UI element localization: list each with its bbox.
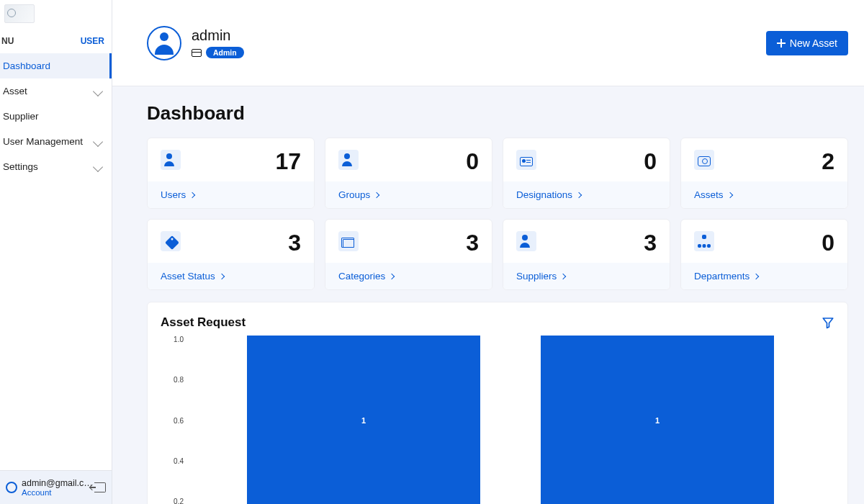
sidebar-account-footer[interactable]: admin@gmail.com Account <box>0 470 112 504</box>
sidebar-item-label: Supplier <box>3 111 39 122</box>
y-tick: 0.4 <box>161 457 184 465</box>
stat-link-label: Departments <box>694 271 750 282</box>
card-icon <box>192 49 202 57</box>
sidebar-item-user-management[interactable]: User Management <box>0 129 112 154</box>
user-gear-icon <box>161 150 181 170</box>
stat-value: 0 <box>466 150 479 173</box>
stat-link-label: Designations <box>516 189 572 200</box>
current-user-block: admin Admin <box>147 26 244 60</box>
chevron-right-icon <box>753 273 759 279</box>
new-asset-button[interactable]: New Asset <box>766 31 848 55</box>
bar: 1 <box>247 336 480 504</box>
stat-card-suppliers: 3 Suppliers <box>503 219 670 290</box>
org-icon <box>694 231 714 251</box>
y-tick: 0.6 <box>161 417 184 425</box>
sidebar-item-asset[interactable]: Asset <box>0 78 112 104</box>
page-title: Dashboard <box>147 102 848 125</box>
y-axis: 1.0 0.8 0.6 0.4 0.2 <box>161 336 186 504</box>
stat-link-suppliers[interactable]: Suppliers <box>503 263 670 289</box>
sidebar-item-dashboard[interactable]: Dashboard <box>0 53 112 78</box>
sidebar-item-settings[interactable]: Settings <box>0 154 112 179</box>
stack-icon <box>338 231 359 251</box>
app-logo <box>4 4 35 23</box>
chevron-down-icon <box>93 161 103 171</box>
main-area: admin Admin New Asset Dashboard 17 Us <box>112 0 864 504</box>
stat-value: 2 <box>822 150 834 173</box>
sidebar-item-label: Dashboard <box>3 60 50 71</box>
idcard-icon <box>516 150 536 170</box>
chevron-right-icon <box>560 273 566 279</box>
user-avatar <box>147 26 181 60</box>
username: admin <box>192 27 244 44</box>
chevron-right-icon <box>389 273 395 279</box>
topbar: admin Admin New Asset <box>112 0 864 86</box>
stat-link-categories[interactable]: Categories <box>325 263 492 289</box>
asset-request-chart-card: Asset Request 1.0 0.8 0.6 0.4 0.2 11 <box>147 302 848 504</box>
stat-link-label: Asset Status <box>161 271 215 282</box>
filter-icon[interactable] <box>822 316 834 329</box>
stat-link-departments[interactable]: Departments <box>681 263 847 289</box>
stat-value: 3 <box>466 231 479 254</box>
role-badge: Admin <box>206 47 244 58</box>
stat-card-categories: 3 Categories <box>325 219 492 290</box>
account-email: admin@gmail.com <box>22 478 94 488</box>
stat-value: 0 <box>644 150 657 173</box>
stat-link-designations[interactable]: Designations <box>503 181 670 208</box>
sidebar-item-label: Asset <box>3 86 27 96</box>
stat-value: 0 <box>822 231 834 254</box>
menu-label-left: NU <box>1 36 14 46</box>
sidebar-header: NU USER <box>0 23 112 53</box>
stat-card-assets: 2 Assets <box>680 138 848 209</box>
bars-zone: 11 <box>186 336 834 504</box>
stat-link-label: Suppliers <box>516 271 557 282</box>
stat-card-designations: 0 Designations <box>503 138 670 209</box>
y-tick: 0.2 <box>161 498 184 504</box>
user-lock-icon <box>338 150 359 170</box>
chart-area: 1.0 0.8 0.6 0.4 0.2 11 <box>161 336 834 504</box>
sidebar-item-label: Settings <box>3 161 38 172</box>
stat-card-asset-status: 3 Asset Status <box>147 219 315 290</box>
sidebar: NU USER Dashboard Asset Supplier User Ma… <box>0 0 112 504</box>
sidebar-item-supplier[interactable]: Supplier <box>0 104 112 129</box>
bar: 1 <box>541 336 774 504</box>
account-link[interactable]: Account <box>22 488 94 497</box>
stat-cards-grid: 17 Users 0 Groups <box>147 138 848 290</box>
chevron-down-icon <box>93 136 103 146</box>
stat-link-label: Assets <box>694 189 724 200</box>
chevron-down-icon <box>93 86 103 96</box>
supplier-icon <box>516 231 536 251</box>
stat-value: 3 <box>288 231 301 254</box>
chevron-right-icon <box>726 192 732 197</box>
chevron-right-icon <box>219 273 225 279</box>
chevron-right-icon <box>374 192 379 197</box>
avatar-icon <box>6 482 17 493</box>
plus-icon <box>777 39 786 48</box>
stat-link-asset-status[interactable]: Asset Status <box>148 263 314 289</box>
chevron-right-icon <box>576 192 582 197</box>
money-icon <box>694 150 714 170</box>
stat-card-departments: 0 Departments <box>680 219 848 290</box>
stat-link-assets[interactable]: Assets <box>681 181 847 208</box>
y-tick: 1.0 <box>161 336 184 343</box>
sidebar-item-label: User Management <box>3 136 83 147</box>
stat-link-users[interactable]: Users <box>148 181 314 208</box>
tag-icon <box>161 231 181 251</box>
stat-link-label: Groups <box>338 189 370 200</box>
stat-link-label: Users <box>161 189 186 200</box>
stat-link-groups[interactable]: Groups <box>325 181 492 208</box>
stat-card-groups: 0 Groups <box>325 138 492 209</box>
stat-link-label: Categories <box>338 271 385 282</box>
new-asset-label: New Asset <box>790 37 837 49</box>
stat-card-users: 17 Users <box>147 138 315 209</box>
content: Dashboard 17 Users 0 Groups <box>112 86 864 504</box>
person-icon <box>153 32 176 55</box>
chevron-right-icon <box>189 192 195 197</box>
menu-label-right[interactable]: USER <box>81 36 104 46</box>
y-tick: 0.8 <box>161 376 184 384</box>
sidebar-nav: Dashboard Asset Supplier User Management… <box>0 53 112 470</box>
svg-marker-0 <box>823 318 833 328</box>
stat-value: 3 <box>644 231 657 254</box>
logout-icon[interactable] <box>94 482 106 492</box>
chart-title: Asset Request <box>161 315 246 330</box>
stat-value: 17 <box>275 150 301 173</box>
